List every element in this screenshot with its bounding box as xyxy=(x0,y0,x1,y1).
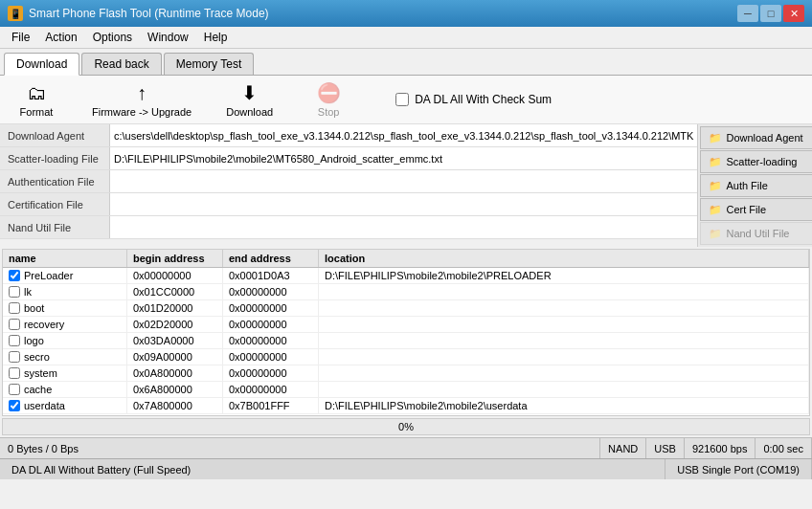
side-auth-file-button[interactable]: 📁 Auth File xyxy=(700,174,812,197)
end-address: 0x0001D0A3 xyxy=(223,268,319,283)
end-address: 0x00000000 xyxy=(223,365,319,381)
row-checkbox[interactable] xyxy=(9,286,20,298)
format-button[interactable]: 🗂 Format xyxy=(8,80,65,120)
table-row: lk0x01CC00000x00000000 xyxy=(3,284,809,300)
table-body: PreLoader0x000000000x0001D0A3D:\FILE\PHI… xyxy=(3,268,809,414)
toolbar: 🗂 Format ↑ Firmware -> Upgrade ⬇ Downloa… xyxy=(0,76,812,124)
location-path: D:\FILE\PHILIPS\mobile2\mobile2\PRELOADE… xyxy=(319,268,809,283)
begin-address: 0x00000000 xyxy=(127,268,223,283)
nand-util-row: Nand Util File xyxy=(0,216,697,239)
auth-file-label: Authentication File xyxy=(0,170,110,192)
cert-file-row: Certification File xyxy=(0,193,697,216)
location-path xyxy=(319,300,809,316)
folder-icon-2: 📁 xyxy=(709,156,722,168)
transfer-rate: 0 Bytes / 0 Bps xyxy=(0,438,600,458)
col-begin: begin address xyxy=(127,250,223,267)
row-checkbox[interactable] xyxy=(9,335,20,346)
table-row: PreLoader0x000000000x0001D0A3D:\FILE\PHI… xyxy=(3,268,809,284)
row-name: PreLoader xyxy=(24,270,73,281)
row-checkbox[interactable] xyxy=(9,400,20,411)
table-row: logo0x03DA00000x00000000 xyxy=(3,333,809,349)
cert-file-value[interactable] xyxy=(110,193,697,215)
location-path xyxy=(319,284,809,299)
dl-mode: DA DL All Without Battery (Full Speed) xyxy=(0,459,665,479)
folder-icon-5: 📁 xyxy=(709,228,722,240)
side-scatter-loading-button[interactable]: 📁 Scatter-loading xyxy=(700,150,812,173)
table-header: name begin address end address location xyxy=(3,250,809,268)
menu-file[interactable]: File xyxy=(4,29,37,46)
title-bar: 📱 Smart Phone Flash Tool (Runtime Trace … xyxy=(0,0,812,27)
table-row: recovery0x02D200000x00000000 xyxy=(3,317,809,333)
row-checkbox[interactable] xyxy=(9,302,20,314)
row-checkbox[interactable] xyxy=(9,367,20,379)
firmware-label: Firmware -> Upgrade xyxy=(92,106,192,118)
side-cert-file-button[interactable]: 📁 Cert File xyxy=(700,198,812,221)
folder-icon-1: 📁 xyxy=(709,132,722,144)
checksum-area: DA DL All With Check Sum xyxy=(395,93,552,106)
end-address: 0x00000000 xyxy=(223,300,319,316)
location-path xyxy=(319,333,809,348)
minimize-button[interactable]: ─ xyxy=(737,5,758,22)
row-checkbox[interactable] xyxy=(9,270,20,281)
location-path: D:\FILE\PHILIPS\mobile2\mobile2\userdata xyxy=(319,398,809,413)
table-row: system0x0A8000000x00000000 xyxy=(3,365,809,382)
tab-memorytest[interactable]: Memory Test xyxy=(164,53,254,75)
scatter-loading-label: Scatter-loading File xyxy=(0,147,110,169)
nand-util-label: Nand Util File xyxy=(0,216,110,238)
close-button[interactable]: ✕ xyxy=(783,5,804,22)
menu-help[interactable]: Help xyxy=(196,29,236,46)
maximize-button[interactable]: □ xyxy=(760,5,781,22)
window-title: Smart Phone Flash Tool (Runtime Trace Mo… xyxy=(29,7,737,20)
side-download-agent-button[interactable]: 📁 Download Agent xyxy=(700,126,812,149)
table-row: cache0x6A8000000x00000000 xyxy=(3,382,809,398)
begin-address: 0x01D20000 xyxy=(127,300,223,316)
end-address: 0x00000000 xyxy=(223,284,319,299)
window-controls: ─ □ ✕ xyxy=(737,5,804,22)
menu-window[interactable]: Window xyxy=(140,29,196,46)
menu-bar: File Action Options Window Help xyxy=(0,27,812,49)
name-cell: recovery xyxy=(3,317,127,332)
nand-util-value[interactable] xyxy=(110,216,697,238)
begin-address: 0x7A800000 xyxy=(127,398,223,413)
row-name: userdata xyxy=(24,400,65,411)
checksum-checkbox[interactable] xyxy=(395,93,409,106)
tabs-bar: Download Read back Memory Test xyxy=(0,49,812,76)
format-icon: 🗂 xyxy=(27,82,46,104)
row-name: cache xyxy=(24,384,52,395)
table-row: boot0x01D200000x00000000 xyxy=(3,300,809,317)
connection-type: USB xyxy=(646,438,685,458)
fields-section: Download Agent c:\users\dell\desktop\sp_… xyxy=(0,124,697,247)
tab-readback[interactable]: Read back xyxy=(81,53,161,75)
row-name: secro xyxy=(24,351,50,363)
stop-button[interactable]: ⛔ Stop xyxy=(300,79,357,120)
auth-file-row: Authentication File xyxy=(0,170,697,193)
scatter-loading-value[interactable]: D:\FILE\PHILIPS\mobile2\mobile2\MT6580_A… xyxy=(110,147,697,169)
elapsed-time: 0:00 sec xyxy=(756,438,812,458)
location-path xyxy=(319,365,809,381)
download-agent-row: Download Agent c:\users\dell\desktop\sp_… xyxy=(0,124,697,147)
begin-address: 0x01CC0000 xyxy=(127,284,223,299)
col-name: name xyxy=(3,250,127,267)
name-cell: boot xyxy=(3,300,127,316)
end-address: 0x00000000 xyxy=(223,333,319,348)
download-agent-value[interactable]: c:\users\dell\desktop\sp_flash_tool_exe_… xyxy=(110,124,697,146)
begin-address: 0x02D20000 xyxy=(127,317,223,332)
menu-action[interactable]: Action xyxy=(37,29,84,46)
download-button[interactable]: ⬇ Download xyxy=(218,79,281,120)
cert-file-label: Certification File xyxy=(0,193,110,215)
begin-address: 0x6A800000 xyxy=(127,382,223,397)
row-checkbox[interactable] xyxy=(9,384,20,395)
side-nand-util-button[interactable]: 📁 Nand Util File xyxy=(700,222,812,245)
file-table: name begin address end address location … xyxy=(2,249,810,416)
progress-label: 0% xyxy=(398,421,414,432)
row-checkbox[interactable] xyxy=(9,351,20,363)
firmware-upgrade-button[interactable]: ↑ Firmware -> Upgrade xyxy=(84,80,199,120)
menu-options[interactable]: Options xyxy=(85,29,140,46)
end-address: 0x00000000 xyxy=(223,349,319,365)
tab-download[interactable]: Download xyxy=(4,53,79,76)
auth-file-value[interactable] xyxy=(110,170,697,192)
row-name: logo xyxy=(24,335,44,346)
name-cell: logo xyxy=(3,333,127,348)
row-checkbox[interactable] xyxy=(9,319,20,330)
end-address: 0x7B001FFF xyxy=(223,398,319,413)
